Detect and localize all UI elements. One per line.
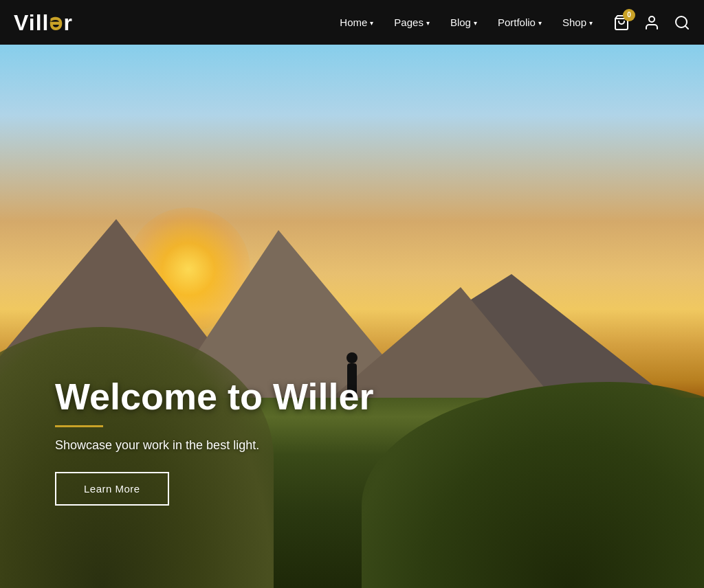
logo-text: Villər [14, 10, 73, 36]
cart-badge: 0 [623, 9, 635, 21]
chevron-down-icon: ▾ [474, 19, 477, 27]
hero-background [0, 45, 704, 588]
chevron-down-icon: ▾ [370, 19, 373, 27]
nav-item-home[interactable]: Home ▾ [340, 16, 373, 28]
search-icon [674, 14, 690, 31]
hero-title: Welcome to Willer [55, 376, 374, 417]
navbar: Villər Home ▾ Pages ▾ Blog ▾ Portfolio ▾… [0, 0, 704, 45]
hero-subtitle: Showcase your work in the best light. [55, 438, 374, 453]
chevron-down-icon: ▾ [589, 19, 593, 27]
chevron-down-icon: ▾ [426, 19, 430, 27]
nav-item-blog[interactable]: Blog ▾ [450, 16, 477, 28]
hero-content: Welcome to Willer Showcase your work in … [55, 376, 374, 506]
brand-logo[interactable]: Villər [14, 10, 73, 36]
hero-divider [55, 425, 103, 427]
search-button[interactable] [674, 14, 690, 31]
navbar-icons: 0 [613, 14, 690, 31]
chevron-down-icon: ▾ [538, 19, 542, 27]
main-nav: Home ▾ Pages ▾ Blog ▾ Portfolio ▾ Shop ▾ [340, 16, 593, 28]
hero-section: Welcome to Willer Showcase your work in … [0, 45, 704, 588]
user-icon [644, 14, 660, 31]
nav-item-pages[interactable]: Pages ▾ [394, 16, 430, 28]
user-button[interactable] [644, 14, 660, 31]
nav-item-portfolio[interactable]: Portfolio ▾ [498, 16, 542, 28]
nav-item-shop[interactable]: Shop ▾ [562, 16, 593, 28]
learn-more-button[interactable]: Learn More [55, 472, 169, 506]
cart-button[interactable]: 0 [613, 14, 630, 31]
person-head [346, 352, 358, 363]
